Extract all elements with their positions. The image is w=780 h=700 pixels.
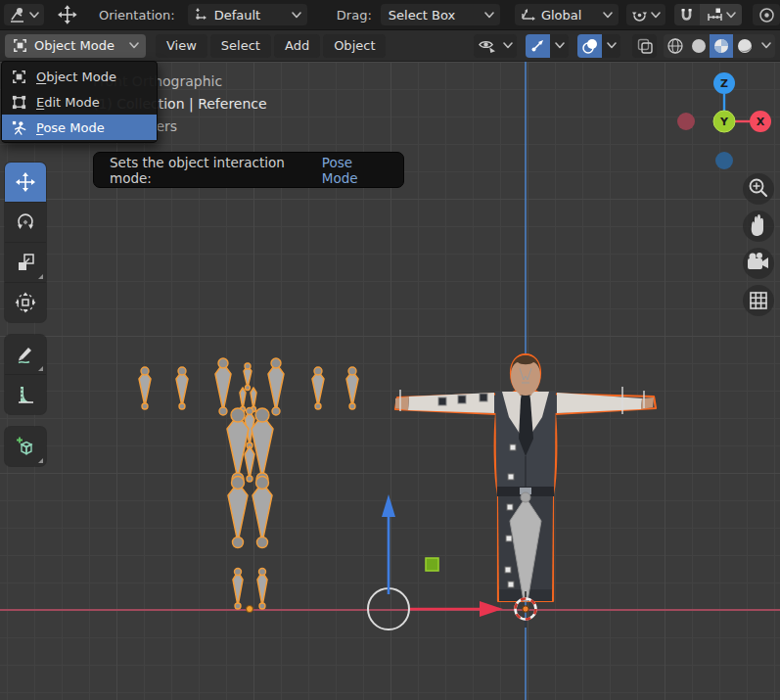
shading-wireframe-button[interactable] bbox=[664, 34, 687, 58]
toolbar bbox=[5, 163, 46, 466]
snap-settings-dropdown[interactable] bbox=[700, 4, 742, 25]
shading-material-button[interactable] bbox=[710, 34, 733, 58]
pose-mode-icon bbox=[11, 119, 27, 136]
tool-settings-bar: Orientation: Default Drag: Select Box Gl… bbox=[0, 0, 780, 30]
solid-sphere-icon bbox=[690, 37, 708, 55]
menu-item-edit-mode[interactable]: Edit Mode bbox=[2, 89, 157, 115]
tool-move[interactable] bbox=[5, 163, 46, 202]
menu-select[interactable]: Select bbox=[210, 34, 271, 58]
add-cube-icon bbox=[15, 436, 36, 457]
overlays-toggle-group[interactable] bbox=[577, 34, 620, 58]
drag-label: Drag: bbox=[337, 8, 372, 23]
move-gizmo-icon[interactable] bbox=[57, 4, 78, 25]
transform-space-value: Global bbox=[541, 8, 598, 23]
menu-item-object-mode[interactable]: Object Mode bbox=[2, 64, 157, 89]
chevron-down-icon bbox=[484, 12, 494, 19]
menu-view[interactable]: View bbox=[156, 34, 207, 58]
drag-mode-dropdown[interactable]: Select Box bbox=[381, 4, 500, 25]
menu-add[interactable]: Add bbox=[274, 34, 320, 58]
orientation-value: Default bbox=[214, 8, 287, 23]
mode-select-menu: Object Mode Edit Mode Pose Mode bbox=[1, 61, 158, 143]
chevron-down-icon bbox=[651, 12, 661, 19]
transform-tool-icon bbox=[15, 292, 36, 313]
tool-annotate[interactable] bbox=[5, 335, 46, 374]
visibility-dropdown[interactable] bbox=[474, 34, 517, 58]
magnet-icon bbox=[678, 7, 695, 23]
material-preview-sphere-icon bbox=[712, 37, 730, 55]
chevron-down-icon bbox=[607, 42, 617, 49]
object-mode-icon bbox=[12, 37, 28, 54]
scale-tool-icon bbox=[15, 252, 36, 273]
show-gizmo-button[interactable] bbox=[526, 34, 550, 58]
drag-mode-value: Select Box bbox=[387, 8, 480, 23]
shading-dropdown[interactable] bbox=[757, 34, 775, 58]
wireframe-sphere-icon bbox=[666, 37, 684, 55]
tooltip: Sets the object interaction mode: Pose M… bbox=[93, 152, 404, 188]
increment-snap-icon bbox=[707, 7, 723, 23]
proportional-editing-icon bbox=[758, 7, 775, 23]
eye-visibility-icon bbox=[478, 36, 496, 55]
rotate-tool-icon bbox=[15, 211, 36, 233]
xray-toggle-button[interactable] bbox=[632, 34, 657, 58]
shading-solid-button[interactable] bbox=[687, 34, 710, 58]
viewport-header: Object Mode View Select Add Object bbox=[0, 30, 780, 62]
menu-item-pose-mode[interactable]: Pose Mode bbox=[2, 115, 157, 140]
mode-dropdown[interactable]: Object Mode bbox=[5, 34, 146, 58]
show-overlays-button[interactable] bbox=[577, 34, 602, 58]
gizmos-toggle-group[interactable] bbox=[526, 34, 569, 58]
tooltip-text: Sets the object interaction mode: bbox=[110, 155, 315, 186]
chevron-down-icon bbox=[503, 42, 513, 49]
tool-transform[interactable] bbox=[5, 282, 46, 322]
shading-rendered-button[interactable] bbox=[733, 34, 757, 58]
overlays-icon bbox=[581, 37, 599, 55]
chevron-down-icon bbox=[129, 42, 139, 49]
chevron-down-icon bbox=[29, 12, 39, 19]
edit-mode-icon bbox=[11, 94, 27, 111]
orientation-dropdown[interactable]: Default bbox=[188, 4, 307, 25]
snap-toggle-button[interactable] bbox=[674, 4, 701, 25]
blender-window: Front Orthographic (1) Collection | Refe… bbox=[0, 0, 780, 700]
chevron-down-icon bbox=[292, 12, 301, 19]
orientation-label: Orientation: bbox=[99, 8, 175, 23]
menu-object[interactable]: Object bbox=[323, 34, 386, 58]
transform-orientation-dropdown[interactable]: Global bbox=[515, 4, 619, 25]
annotate-pen-icon bbox=[15, 344, 36, 365]
tool-measure[interactable] bbox=[5, 374, 46, 414]
tool-rotate[interactable] bbox=[5, 202, 46, 242]
proportional-editing-button[interactable] bbox=[753, 4, 780, 25]
measure-ruler-icon bbox=[15, 384, 36, 405]
tool-scale[interactable] bbox=[5, 242, 46, 282]
pivot-point-icon bbox=[631, 7, 648, 23]
gizmo-arrow-icon bbox=[529, 37, 546, 54]
tool-falloff-icon bbox=[10, 7, 26, 23]
global-axes-icon bbox=[521, 7, 536, 23]
chevron-down-icon bbox=[603, 12, 613, 19]
orientation-axes-icon bbox=[194, 7, 209, 23]
xray-icon bbox=[636, 37, 654, 55]
rendered-sphere-icon bbox=[736, 37, 754, 55]
pivot-point-dropdown[interactable] bbox=[626, 4, 665, 25]
active-tool-dropdown[interactable] bbox=[4, 4, 44, 25]
object-mode-icon bbox=[11, 69, 27, 85]
chevron-down-icon bbox=[726, 12, 736, 19]
move-tool-icon bbox=[15, 171, 36, 193]
chevron-down-icon bbox=[555, 42, 565, 49]
chevron-down-icon bbox=[761, 42, 771, 49]
tool-add-cube[interactable] bbox=[5, 427, 46, 466]
shading-mode-group bbox=[664, 34, 775, 58]
mode-value: Object Mode bbox=[34, 38, 123, 53]
tooltip-value: Pose Mode bbox=[322, 155, 388, 186]
